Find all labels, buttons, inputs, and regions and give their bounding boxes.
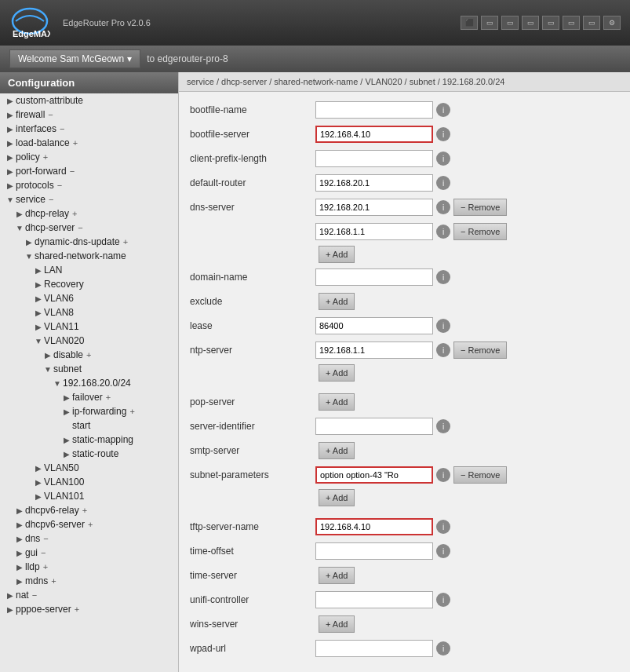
dns-server-1-info[interactable]: i — [436, 200, 450, 214]
sidebar-item-dhcpv6-server[interactable]: ▶ dhcpv6-server + — [0, 517, 178, 531]
sidebar-item-LAN[interactable]: ▶ LAN — [0, 263, 178, 277]
sidebar-item-shared-network-name[interactable]: ▼ shared-network-name — [0, 249, 178, 263]
tree-action[interactable]: − — [48, 110, 53, 119]
tree-action[interactable]: + — [129, 407, 134, 416]
subnet-parameters-remove[interactable]: − Remove — [453, 466, 507, 484]
gear-icon[interactable]: ⚙ — [603, 16, 621, 30]
sidebar-item-policy[interactable]: ▶ policy + — [0, 150, 178, 164]
domain-name-info[interactable]: i — [436, 270, 450, 284]
dns-server-2-info[interactable]: i — [436, 225, 450, 239]
tree-action[interactable]: + — [51, 576, 56, 586]
sidebar-item-VLAN11[interactable]: ▶ VLAN11 — [0, 320, 178, 334]
tree-action[interactable]: − — [32, 590, 37, 600]
tftp-server-name-input[interactable] — [315, 518, 433, 535]
subnet-parameters-input[interactable] — [315, 466, 433, 484]
sidebar-item-firewall[interactable]: ▶ firewall − — [0, 108, 178, 122]
tree-action[interactable]: − — [70, 166, 75, 176]
default-router-input[interactable] — [315, 174, 433, 192]
pop-server-add-button[interactable]: + Add — [319, 393, 355, 411]
tree-action[interactable]: + — [75, 604, 79, 614]
sidebar-item-static-mapping[interactable]: ▶ static-mapping — [0, 433, 178, 447]
sidebar-item-lldp[interactable]: ▶ lldp + — [0, 560, 178, 574]
time-offset-input[interactable] — [315, 542, 433, 560]
lease-input[interactable] — [315, 317, 433, 334]
sidebar-item-mdns[interactable]: ▶ mdns + — [0, 574, 178, 588]
bootfile-server-input[interactable] — [315, 126, 433, 143]
sidebar-item-subnet-address[interactable]: ▼ 192.168.20.0/24 — [0, 376, 178, 390]
sidebar-item-custom-attribute[interactable]: ▶ custom-attribute — [0, 93, 178, 108]
sidebar-item-load-balance[interactable]: ▶ load-balance + — [0, 136, 178, 150]
sidebar-item-dhcp-relay[interactable]: ▶ dhcp-relay + — [0, 206, 178, 221]
tree-action[interactable]: − — [49, 195, 53, 204]
tree-action[interactable]: − — [57, 181, 62, 190]
domain-name-input[interactable] — [315, 268, 433, 286]
sidebar-item-subnet[interactable]: ▼ subnet — [0, 362, 178, 376]
subnet-parameters-info[interactable]: i — [436, 468, 450, 482]
ntp-server-info[interactable]: i — [436, 343, 450, 357]
wpad-url-input[interactable] — [315, 640, 433, 657]
sidebar-item-start[interactable]: start — [0, 418, 178, 433]
icon-btn-6[interactable]: ▭ — [583, 16, 600, 30]
sidebar-item-VLAN6[interactable]: ▶ VLAN6 — [0, 291, 178, 305]
monitor-icon[interactable]: ⬛ — [461, 16, 478, 30]
subnet-parameters-add-button[interactable]: + Add — [319, 489, 355, 506]
dns-server-1-remove[interactable]: − Remove — [453, 199, 507, 216]
unifi-controller-input[interactable] — [315, 591, 433, 608]
tree-action[interactable]: + — [106, 393, 111, 402]
tree-action[interactable]: + — [43, 152, 48, 162]
sidebar-item-static-route[interactable]: ▶ static-route — [0, 447, 178, 461]
sidebar-item-dhcp-server[interactable]: ▼ dhcp-server − — [0, 221, 178, 235]
tree-action[interactable]: + — [72, 209, 77, 218]
time-server-add-button[interactable]: + Add — [319, 567, 355, 584]
unifi-controller-info[interactable]: i — [436, 593, 450, 607]
bootfile-name-info[interactable]: i — [436, 103, 450, 117]
ntp-server-add-button[interactable]: + Add — [319, 364, 355, 382]
sidebar-item-interfaces[interactable]: ▶ interfaces − — [0, 122, 178, 136]
dns-server-2-input[interactable] — [315, 223, 433, 240]
sidebar-item-disable[interactable]: ▶ disable + — [0, 348, 178, 362]
icon-btn-1[interactable]: ▭ — [481, 16, 498, 30]
tree-action[interactable]: + — [88, 520, 93, 529]
sidebar-item-VLAN8[interactable]: ▶ VLAN8 — [0, 305, 178, 320]
tree-action[interactable]: − — [60, 124, 64, 133]
sidebar-item-pppoe-server[interactable]: ▶ pppoe-server + — [0, 602, 178, 616]
bootfile-name-input[interactable] — [315, 101, 433, 119]
icon-btn-3[interactable]: ▭ — [522, 16, 539, 30]
lease-info[interactable]: i — [436, 319, 450, 333]
tree-action[interactable]: − — [41, 548, 46, 557]
ntp-server-input[interactable] — [315, 341, 433, 359]
icon-btn-2[interactable]: ▭ — [501, 16, 519, 30]
tree-action[interactable]: + — [123, 237, 128, 247]
wpad-url-info[interactable]: i — [436, 641, 450, 656]
sidebar-item-gui[interactable]: ▶ gui − — [0, 546, 178, 560]
sidebar-item-VLAN020[interactable]: ▼ VLAN020 — [0, 334, 178, 348]
tree-action[interactable]: − — [43, 534, 48, 543]
dns-server-1-input[interactable] — [315, 199, 433, 216]
exclude-add-button[interactable]: + Add — [319, 293, 355, 310]
sidebar-item-Recovery[interactable]: ▶ Recovery — [0, 277, 178, 291]
time-offset-info[interactable]: i — [436, 544, 450, 558]
icon-btn-4[interactable]: ▭ — [542, 16, 559, 30]
sidebar-item-dynamic-dns-update[interactable]: ▶ dynamic-dns-update + — [0, 235, 178, 249]
smtp-server-add-button[interactable]: + Add — [319, 442, 355, 459]
tftp-server-name-info[interactable]: i — [436, 520, 450, 534]
sidebar-item-protocols[interactable]: ▶ protocols − — [0, 178, 178, 192]
sidebar-item-dhcpv6-relay[interactable]: ▶ dhcpv6-relay + — [0, 503, 178, 517]
sidebar-item-service[interactable]: ▼ service − — [0, 192, 178, 206]
tree-action[interactable]: − — [78, 223, 82, 232]
server-identifier-input[interactable] — [315, 418, 433, 435]
ntp-server-remove[interactable]: − Remove — [453, 341, 507, 359]
sidebar-item-VLAN101[interactable]: ▶ VLAN101 — [0, 489, 178, 503]
tree-action[interactable]: + — [43, 562, 48, 572]
sidebar-item-VLAN50[interactable]: ▶ VLAN50 — [0, 461, 178, 475]
sidebar-item-nat[interactable]: ▶ nat − — [0, 588, 178, 602]
client-prefix-length-info[interactable]: i — [436, 152, 450, 166]
default-router-info[interactable]: i — [436, 176, 450, 190]
tree-action[interactable]: + — [82, 506, 87, 515]
tree-action[interactable]: + — [73, 138, 78, 148]
welcome-button[interactable]: Welcome Sam McGeown ▾ — [9, 49, 140, 68]
dns-server-2-remove[interactable]: − Remove — [453, 223, 507, 240]
bootfile-server-info[interactable]: i — [436, 127, 450, 141]
sidebar-item-ip-forwarding[interactable]: ▶ ip-forwarding + — [0, 404, 178, 418]
icon-btn-5[interactable]: ▭ — [563, 16, 580, 30]
